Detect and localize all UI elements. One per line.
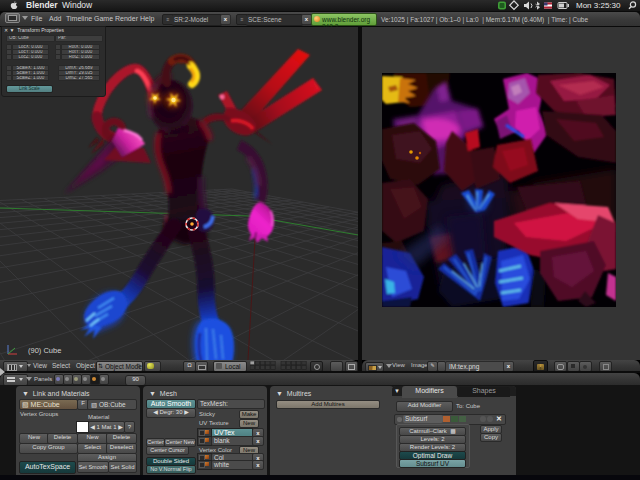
svg-text:Mon 3:25:30: Mon 3:25:30 <box>576 1 621 10</box>
